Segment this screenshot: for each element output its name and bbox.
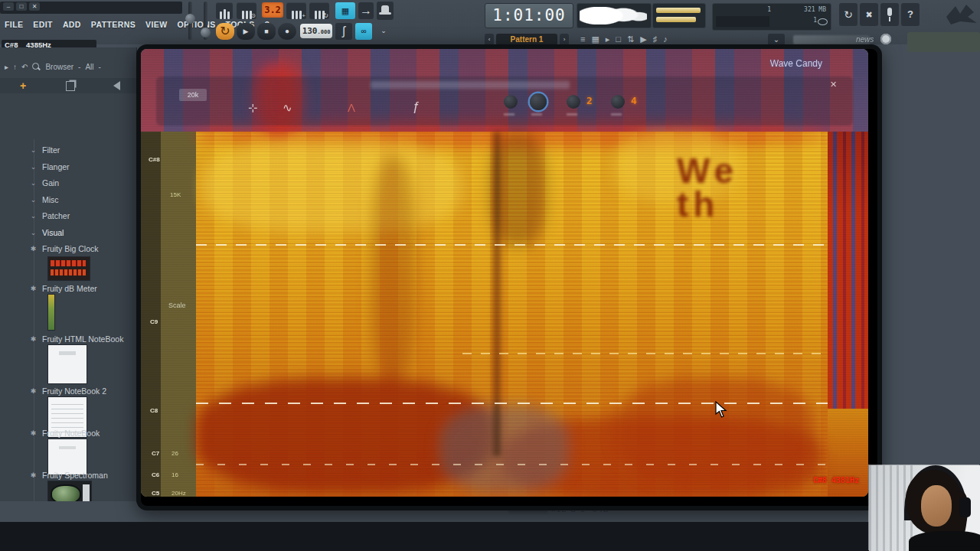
webcam-overlay: [869, 465, 980, 551]
browser-item-flanger[interactable]: ⌄ Flanger: [29, 161, 70, 173]
menu-patterns[interactable]: PATTERNS: [91, 20, 136, 31]
add-plus-icon[interactable]: +: [20, 80, 26, 92]
circle-subicon: ⊙: [250, 12, 256, 19]
song-loop-button[interactable]: ↻: [216, 23, 234, 40]
record-button[interactable]: ●: [278, 23, 296, 40]
screen: – □ ✕ FILE EDIT ADD PATTERNS VIEW OPTION…: [0, 0, 980, 551]
page-text: [59, 351, 76, 355]
scanline-texture: [141, 49, 868, 497]
playlist-icon[interactable]: ≡: [580, 34, 585, 44]
recycle-icon[interactable]: ↻: [839, 3, 858, 26]
oscilloscope-display[interactable]: [577, 3, 652, 28]
note-icon[interactable]: ♪: [663, 34, 668, 44]
back-arrow-icon[interactable]: ↶: [21, 63, 28, 71]
plugin-folder-icon: ⌄: [29, 229, 38, 236]
gear-icon: ✱: [29, 285, 38, 292]
browser-item-fruity-big-clock[interactable]: ✱ Fruity Big Clock: [29, 243, 99, 255]
panel-icon-strip: ≡ ▦ ▸ □ ⇅ ▶ ♯ ♪: [580, 34, 668, 44]
close-button[interactable]: ✕: [29, 2, 40, 11]
pattern-song-toggle[interactable]: ▦: [335, 2, 355, 19]
item-label: Fruity NoteBook: [42, 429, 100, 438]
led-row: [51, 260, 86, 266]
expand-arrow-icon[interactable]: ▸: [5, 63, 8, 71]
mixer-icon[interactable]: ⇅: [627, 34, 634, 44]
menu-view[interactable]: VIEW: [145, 20, 167, 31]
online-panel: [907, 32, 980, 52]
html-notebook-preview: [47, 344, 87, 384]
cut-icon[interactable]: ✖: [860, 3, 878, 26]
browser-item-fruity-notebook[interactable]: ✱ Fruity NoteBook: [29, 427, 100, 439]
browser-toggle-icon[interactable]: □: [616, 34, 621, 44]
window-title-bar[interactable]: [0, 2, 182, 14]
master-pitch-slider[interactable]: [204, 2, 207, 40]
maximize-button[interactable]: □: [16, 2, 27, 11]
menu-file[interactable]: FILE: [5, 20, 23, 31]
piano-roll-icon[interactable]: ▸: [606, 34, 610, 44]
mic-stand: [889, 17, 890, 21]
led-row: [51, 269, 86, 276]
browser-filter[interactable]: All: [85, 63, 93, 71]
browser-item-patcher[interactable]: ⌄ Patcher: [29, 210, 70, 222]
browser-item-misc[interactable]: ⌄ Misc: [29, 194, 59, 206]
side-panel: [83, 484, 90, 501]
top-hat-icon[interactable]: [377, 2, 394, 20]
tuner-icon[interactable]: ♯: [653, 34, 658, 44]
up-arrow-icon[interactable]: ↑: [13, 63, 17, 71]
menu-edit[interactable]: EDIT: [33, 20, 53, 31]
loop-record-button[interactable]: ↻: [309, 2, 329, 19]
browser-tool-row: +: [0, 78, 136, 93]
browser-item-fruity-spectroman[interactable]: ✱ Fruity Spectroman: [29, 469, 108, 481]
link-button[interactable]: ∞: [355, 23, 372, 40]
channel-rack-icon[interactable]: ▦: [591, 34, 599, 44]
menu-options[interactable]: OPTIONS: [178, 20, 216, 31]
minimize-button[interactable]: –: [3, 2, 14, 11]
pitch-slider-handle[interactable]: [201, 28, 211, 37]
browser-item-filter[interactable]: ⌄ Filter: [29, 144, 60, 156]
spectrogram-view: 20k ⊹ ∿ Λ ƒ ✕ 2 4 We th Wave Candy: [141, 49, 868, 497]
plugin-folder-icon: ⌄: [29, 212, 38, 220]
mic-body: [887, 8, 892, 16]
tempo-display[interactable]: 130.000: [300, 24, 332, 38]
stop-button[interactable]: ■: [257, 23, 276, 40]
typing-keyboard-icon[interactable]: [216, 2, 233, 19]
microphone-icon[interactable]: [880, 3, 899, 26]
meter-bar-right: [656, 17, 696, 22]
globe-icon[interactable]: [880, 34, 891, 44]
browser-item-visual[interactable]: ⌄ Visual: [29, 227, 64, 239]
person-face: [921, 485, 952, 527]
item-label: Fruity Spectroman: [42, 471, 108, 480]
chevron-down-icon[interactable]: ⌄: [377, 26, 390, 37]
dragonfly-decoration: [945, 5, 980, 28]
hat-brim: [379, 12, 391, 15]
wait-for-input-button[interactable]: +: [286, 2, 306, 19]
tempo-integer: 130: [302, 26, 318, 36]
volume-slider-handle[interactable]: [185, 14, 195, 24]
master-volume-slider[interactable]: [188, 2, 192, 40]
speaker-icon[interactable]: [113, 81, 120, 90]
metronome-button[interactable]: ⊙: [237, 2, 256, 19]
slide-tool-button[interactable]: ʃ: [335, 23, 352, 40]
browser-item-fruity-db-meter[interactable]: ✱ Fruity dB Meter: [29, 282, 97, 295]
help-button[interactable]: ?: [901, 3, 920, 26]
news-hint-label[interactable]: news: [856, 35, 874, 44]
browser-item-fruity-notebook-2[interactable]: ✱ Fruity NoteBook 2: [29, 385, 106, 397]
play-button[interactable]: ▶: [237, 23, 255, 40]
browser-item-fruity-html-notebook[interactable]: ✱ Fruity HTML NoteBook: [29, 333, 123, 345]
item-label: Fruity dB Meter: [42, 284, 97, 293]
cpu-memory-panel: 1 321 MB 1: [712, 3, 831, 31]
waveform-shape: [580, 7, 647, 24]
step-arrow-button[interactable]: →: [358, 2, 374, 19]
browser-panel: ▸ ↑ ↶ Browser - All - + ⌄ Filter ⌄ Flang…: [0, 47, 137, 522]
memory-usage: 321 MB: [804, 6, 826, 13]
cpu-graph: [716, 16, 769, 27]
play-window-icon[interactable]: ▶: [640, 34, 646, 44]
nav-separator2: -: [99, 63, 101, 71]
browser-item-gain[interactable]: ⌄ Gain: [29, 177, 59, 189]
cpu-load-display: 3.2: [262, 2, 283, 18]
copy-pages-icon[interactable]: [66, 81, 75, 91]
search-icon[interactable]: [32, 63, 41, 71]
time-display[interactable]: 1:01:00: [485, 3, 573, 28]
menu-add[interactable]: ADD: [63, 20, 81, 31]
loop-subicon: ↻: [323, 12, 328, 19]
wave-candy-window[interactable]: 20k ⊹ ∿ Λ ƒ ✕ 2 4 We th Wave Candy: [136, 44, 882, 510]
